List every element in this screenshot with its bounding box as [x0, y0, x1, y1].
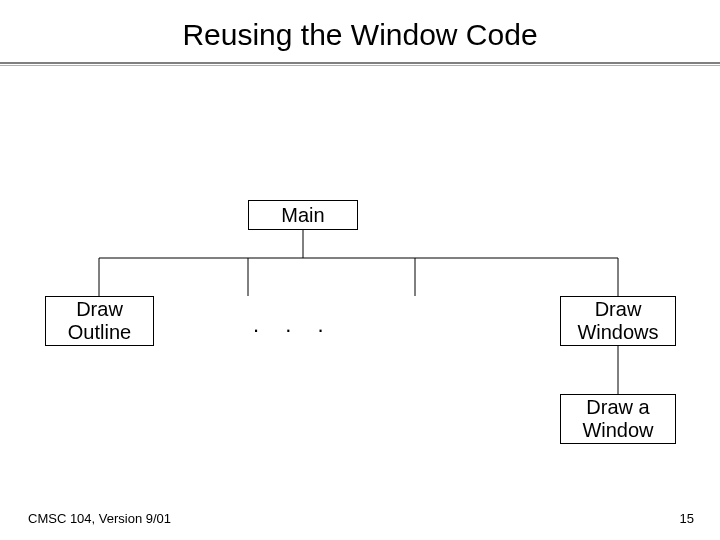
slide-title: Reusing the Window Code [0, 18, 720, 52]
node-main: Main [248, 200, 358, 230]
node-draw-windows: Draw Windows [560, 296, 676, 346]
footer-left: CMSC 104, Version 9/01 [28, 511, 171, 526]
node-draw-outline: Draw Outline [45, 296, 154, 346]
node-main-label: Main [281, 204, 324, 227]
diagram-connectors [0, 0, 720, 540]
page-number: 15 [680, 511, 694, 526]
node-draw-outline-label: Draw Outline [68, 298, 131, 344]
node-draw-windows-label: Draw Windows [577, 298, 658, 344]
node-draw-a-window-label: Draw a Window [582, 396, 653, 442]
node-ellipsis: . . . [253, 312, 334, 338]
node-draw-a-window: Draw a Window [560, 394, 676, 444]
title-divider [0, 62, 720, 66]
